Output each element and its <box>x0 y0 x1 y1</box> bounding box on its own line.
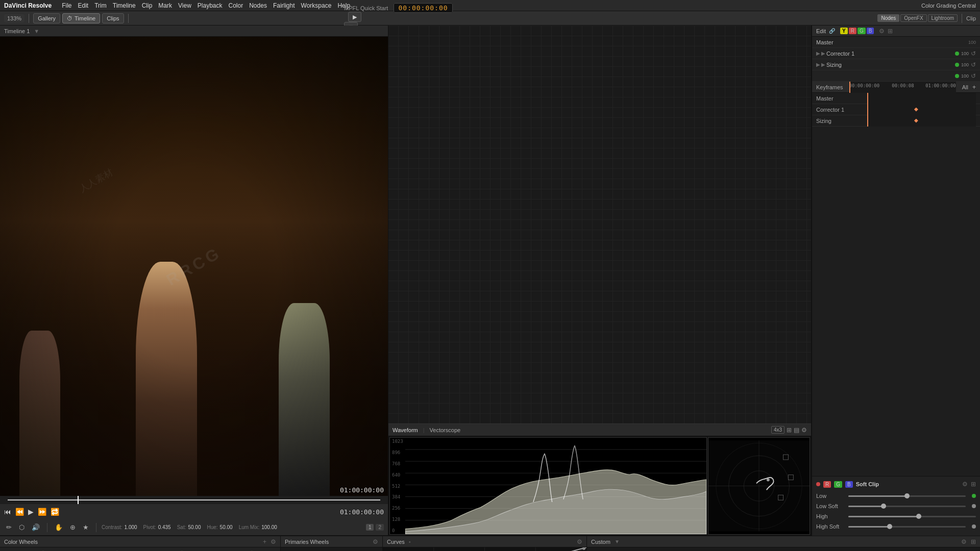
scope-label-0: 0 <box>392 528 403 533</box>
menu-workspace[interactable]: Workspace <box>301 2 332 9</box>
curves-grid-svg[interactable] <box>383 547 586 551</box>
kf-timecode-mid: 00:00:08 <box>892 83 914 88</box>
sizing-expand[interactable]: ▶ <box>816 62 820 67</box>
softclip-g-btn[interactable]: G <box>834 481 842 488</box>
custom-expand[interactable]: ⊞ <box>971 538 976 545</box>
scope-settings-btn[interactable]: ⚙ <box>801 427 807 434</box>
menu-file[interactable]: File <box>62 2 71 9</box>
primaries-settings[interactable]: ⚙ <box>373 538 378 545</box>
edit-panel-icon[interactable]: ⚙ <box>879 28 885 35</box>
clips-button[interactable]: Clips <box>102 13 124 23</box>
softclip-low-slider[interactable] <box>848 495 966 497</box>
kf-add-btn[interactable]: + <box>972 84 976 91</box>
menu-edit[interactable]: Edit <box>78 2 89 9</box>
custom-settings[interactable]: ⚙ <box>961 538 967 545</box>
timeline-scrub-bar[interactable] <box>0 496 388 504</box>
play-controls[interactable]: ▶ <box>348 12 361 22</box>
star-tool[interactable]: ★ <box>81 522 91 532</box>
scope-layout-btn[interactable]: 4x3 <box>771 426 785 434</box>
scope-grid-btn[interactable]: ⊞ <box>787 427 792 434</box>
node-editor[interactable]: RRCG 01 <box>388 26 811 423</box>
softclip-b-btn[interactable]: B <box>845 481 853 488</box>
openfx-tab[interactable]: OpenFX <box>900 14 926 22</box>
menu-color[interactable]: Color <box>229 2 243 9</box>
sizing-reset[interactable]: ↺ <box>971 61 976 68</box>
lightroom-tab[interactable]: Lightroom <box>928 14 958 22</box>
vectorscope-tab[interactable]: Vectorscope <box>430 427 461 433</box>
nodes-tab[interactable]: Nodes <box>877 14 899 22</box>
color-wheels-settings[interactable]: ⚙ <box>271 538 276 545</box>
zoom-level[interactable]: 133% <box>4 14 24 22</box>
scope-label-128: 128 <box>392 517 403 522</box>
custom-dropdown[interactable]: ▼ <box>615 539 620 544</box>
grab-tool[interactable]: ✋ <box>53 522 65 532</box>
softclip-low-knob[interactable] <box>904 493 910 498</box>
softclip-panel: R G B Soft Clip ⚙ ⊞ Low Low Soft <box>812 476 980 536</box>
waveform-display: 1023 896 768 640 512 384 256 128 0 <box>389 437 707 535</box>
kf-filter-all[interactable]: All <box>962 84 968 90</box>
step-back-button[interactable]: ⏪ <box>15 508 24 516</box>
softclip-expand[interactable]: ⊞ <box>971 481 976 488</box>
audio-tool[interactable]: 🔊 <box>30 522 42 532</box>
softclip-high-row: High <box>816 511 976 521</box>
edit-panel-header: Edit 🔗 Y R G B ⚙ ⊞ <box>812 26 980 37</box>
select-tool[interactable]: ⬡ <box>17 522 27 532</box>
kf-sizing-label: Sizing <box>816 118 867 124</box>
menu-trim[interactable]: Trim <box>94 2 107 9</box>
gallery-button[interactable]: Gallery <box>33 13 60 23</box>
play-button[interactable]: ▶ <box>28 508 34 516</box>
playhead[interactable] <box>78 496 79 504</box>
menu-clip[interactable]: Clip <box>142 2 153 9</box>
softclip-lowsoft-slider[interactable] <box>848 506 966 507</box>
channel-b-btn[interactable]: B <box>867 28 874 34</box>
scope-list-btn[interactable]: ▤ <box>794 427 799 434</box>
scope-label-384: 384 <box>392 494 403 499</box>
softclip-highsoft-slider[interactable] <box>848 526 966 528</box>
softclip-low-label: Low <box>816 493 844 499</box>
softclip-highsoft-fill <box>848 526 890 528</box>
page-1-btn[interactable]: 1 <box>366 524 374 531</box>
curves-settings[interactable]: ⚙ <box>577 538 582 545</box>
softclip-r-btn[interactable]: R <box>823 481 831 488</box>
menu-fairlight[interactable]: Fairlight <box>273 2 295 9</box>
step-forward-button[interactable]: ⏩ <box>38 508 46 516</box>
channel-r-btn[interactable]: R <box>849 28 856 34</box>
softclip-highsoft-knob[interactable] <box>887 524 892 529</box>
toolbar: 133% Gallery ⏱ Timeline Clips MPFL Quick… <box>0 11 980 26</box>
waveform-tab[interactable]: Waveform <box>393 427 418 433</box>
channel-g-btn[interactable]: G <box>857 28 866 34</box>
menu-mark[interactable]: Mark <box>158 2 172 9</box>
zoom-tool[interactable]: ⊕ <box>68 522 78 532</box>
menu-playback[interactable]: Playback <box>198 2 223 9</box>
menu-nodes[interactable]: Nodes <box>249 2 267 9</box>
right-panel: Edit 🔗 Y R G B ⚙ ⊞ Master 100 ▶ ▶ Correc… <box>812 26 980 536</box>
page-2-btn[interactable]: 2 <box>376 524 384 531</box>
primaries-header: Primaries Wheels ⚙ <box>281 536 382 547</box>
softclip-high-slider[interactable] <box>848 516 976 517</box>
custom-header: Custom ▼ ⚙ ⊞ <box>587 536 980 547</box>
menu-timeline[interactable]: Timeline <box>113 2 136 9</box>
kf-corrector1-row: Corrector 1 <box>812 104 980 115</box>
softclip-settings[interactable]: ⚙ <box>962 481 968 488</box>
sizing-expand2[interactable]: ▶ <box>821 62 825 67</box>
go-to-start-button[interactable]: ⏮ <box>4 508 11 516</box>
main-timecode[interactable]: 00:00:00:00 <box>394 3 452 13</box>
extra-reset[interactable]: ↺ <box>971 72 976 80</box>
softclip-lowsoft-row: Low Soft <box>816 501 976 511</box>
color-wheels-panel: Color Wheels + ⚙ Lift ↺ <box>0 536 281 551</box>
edit-panel-expand[interactable]: ⊞ <box>888 28 893 35</box>
loop-button[interactable]: 🔁 <box>51 508 59 516</box>
softclip-lowsoft-knob[interactable] <box>881 504 886 509</box>
channel-y-btn[interactable]: Y <box>840 28 848 34</box>
corrector1-dot <box>955 52 959 56</box>
corrector1-expand[interactable]: ▶ <box>816 51 820 56</box>
softclip-high-knob[interactable] <box>916 514 921 519</box>
timeline-button[interactable]: ⏱ Timeline <box>62 13 100 23</box>
pencil-tool[interactable]: ✏ <box>4 522 14 532</box>
softclip-lowsoft-dot <box>972 504 976 508</box>
color-wheels-add[interactable]: + <box>263 538 266 545</box>
keyframes-title: Keyframes <box>816 84 843 90</box>
clip-label[interactable]: Clip <box>966 15 976 21</box>
corrector1-reset[interactable]: ↺ <box>971 50 976 57</box>
menu-view[interactable]: View <box>178 2 191 9</box>
